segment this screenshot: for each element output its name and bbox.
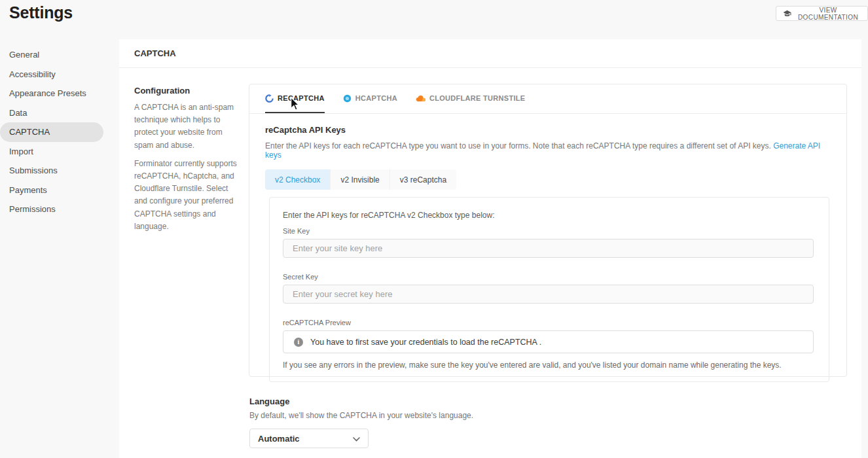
configuration-title: Configuration xyxy=(134,86,241,96)
sidebar-item-appearance-presets[interactable]: Appearance Presets xyxy=(0,84,111,103)
tab-cloudflare-label: CLOUDFLARE TURNSTILE xyxy=(429,94,526,102)
recaptcha-type-subtabs: v2 Checkbox v2 Invisible v3 reCaptcha xyxy=(265,169,831,190)
secret-key-label: Secret Key xyxy=(283,273,814,281)
settings-page: Settings VIEW DOCUMENTATION General Acce… xyxy=(0,0,868,458)
site-key-label: Site Key xyxy=(283,227,814,235)
panel-intro: Enter the API keys for reCAPTCHA v2 Chec… xyxy=(283,211,814,220)
subtab-v2-checkbox[interactable]: v2 Checkbox xyxy=(265,169,331,190)
language-description: By default, we'll show the CAPTCHA in yo… xyxy=(249,411,473,420)
recaptcha-preview-notice: i You have to first save your credential… xyxy=(283,330,814,353)
tab-recaptcha[interactable]: RECAPTCHA xyxy=(265,84,325,113)
hcaptcha-icon xyxy=(343,94,352,103)
language-title: Language xyxy=(249,396,473,406)
sidebar-item-permissions[interactable]: Permissions xyxy=(0,200,111,219)
api-keys-title: reCaptcha API Keys xyxy=(265,125,831,135)
sidebar-item-captcha[interactable]: CAPTCHA xyxy=(0,122,103,142)
graduation-cap-icon xyxy=(783,9,791,18)
tab-cloudflare-turnstile[interactable]: CLOUDFLARE TURNSTILE xyxy=(416,84,526,113)
api-keys-description: Enter the API keys for each reCAPTCHA ty… xyxy=(265,141,831,160)
preview-footnote: If you see any errors in the preview, ma… xyxy=(283,361,814,370)
language-select[interactable]: Automatic xyxy=(249,429,369,448)
configuration-paragraph: A CAPTCHA is an anti-spam technique whic… xyxy=(134,101,241,152)
subtab-v3-recaptcha[interactable]: v3 reCaptcha xyxy=(390,169,456,190)
sidebar-item-data[interactable]: Data xyxy=(0,103,111,123)
provider-tabbar: RECAPTCHA HCAPTCHA CLOUDFLARE TURNSTILE xyxy=(249,84,846,114)
sidebar-item-submissions[interactable]: Submissions xyxy=(0,161,111,181)
card-title: CAPTCHA xyxy=(119,39,861,68)
tab-hcaptcha-label: HCAPTCHA xyxy=(355,94,397,102)
v2-checkbox-panel: Enter the API keys for reCAPTCHA v2 Chec… xyxy=(269,197,829,382)
sidebar-item-accessibility[interactable]: Accessibility xyxy=(0,65,111,84)
configuration-paragraph: Forminator currently supports reCAPTCHA,… xyxy=(134,158,241,233)
chevron-down-icon xyxy=(353,432,360,444)
language-section: Language By default, we'll show the CAPT… xyxy=(249,396,473,448)
sidebar-item-import[interactable]: Import xyxy=(0,142,111,162)
configuration-info: Configuration A CAPTCHA is an anti-spam … xyxy=(134,86,241,239)
secret-key-input[interactable] xyxy=(283,285,814,304)
preview-notice-text: You have to first save your credentials … xyxy=(310,338,541,347)
settings-nav: General Accessibility Appearance Presets… xyxy=(0,45,111,219)
subtab-v2-invisible[interactable]: v2 Invisible xyxy=(331,169,389,190)
recaptcha-preview-label: reCAPTCHA Preview xyxy=(283,319,814,326)
captcha-provider-panel: RECAPTCHA HCAPTCHA CLOUDFLARE TURNSTILE … xyxy=(249,84,847,377)
page-title: Settings xyxy=(9,3,73,22)
tab-hcaptcha[interactable]: HCAPTCHA xyxy=(343,84,397,113)
info-icon: i xyxy=(294,338,303,347)
view-documentation-label: VIEW DOCUMENTATION xyxy=(795,7,861,21)
recaptcha-icon xyxy=(265,94,274,103)
site-key-input[interactable] xyxy=(283,239,814,258)
sidebar-item-general[interactable]: General xyxy=(0,45,111,65)
recaptcha-tab-content: reCaptcha API Keys Enter the API keys fo… xyxy=(249,114,846,382)
language-select-value: Automatic xyxy=(258,434,300,444)
tab-recaptcha-label: RECAPTCHA xyxy=(278,94,325,102)
captcha-settings-card: CAPTCHA Configuration A CAPTCHA is an an… xyxy=(119,39,861,458)
view-documentation-button[interactable]: VIEW DOCUMENTATION xyxy=(776,6,868,21)
cloudflare-icon xyxy=(416,94,425,102)
sidebar-item-payments[interactable]: Payments xyxy=(0,181,111,200)
